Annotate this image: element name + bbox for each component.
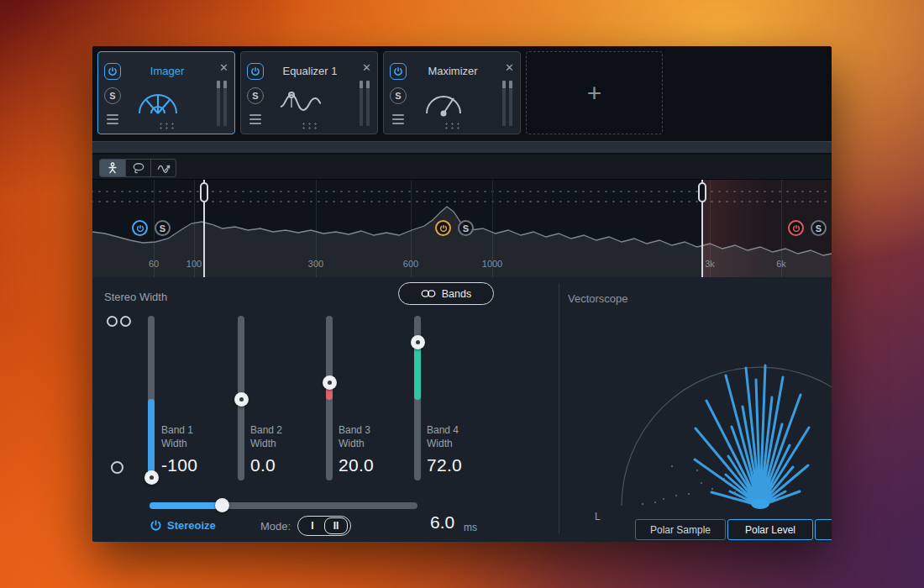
module-menu-icon[interactable]	[248, 113, 263, 125]
panel-divider	[559, 284, 559, 533]
module-drag-handle[interactable]	[158, 122, 176, 130]
freq-label: 60	[149, 259, 159, 269]
polar-mode-button-clipped[interactable]	[815, 519, 832, 540]
band1-controls: S	[132, 220, 171, 236]
band-width-value[interactable]: 20.0	[339, 455, 423, 475]
chain-collapse-bar[interactable]	[92, 141, 832, 155]
module-meters	[360, 81, 370, 126]
band3-controls: S	[788, 220, 827, 236]
freq-label: 3k	[705, 259, 715, 269]
module-chain: S Imager ✕ S Equalizer 1 ✕	[92, 46, 832, 141]
band-name: Band 2	[250, 423, 334, 437]
bands-button-label: Bands	[442, 288, 471, 300]
band-name: Band 4	[427, 423, 511, 437]
module-menu-icon[interactable]	[105, 113, 120, 125]
stereoize-power-icon[interactable]	[150, 519, 162, 532]
module-meters	[217, 81, 227, 126]
freq-label: 1000	[482, 259, 502, 269]
desktop-wallpaper: S Imager ✕ S Equalizer 1 ✕	[0, 0, 924, 588]
vectorscope-left-label: L	[595, 511, 601, 522]
freq-label: 6k	[776, 259, 786, 269]
polar-sample-button[interactable]: Polar Sample	[635, 519, 726, 540]
imager-module-icon	[129, 82, 187, 121]
module-title: Maximizer	[409, 65, 496, 77]
band-solo-button[interactable]: S	[458, 220, 474, 236]
module-close-button[interactable]: ✕	[219, 61, 228, 74]
module-solo-button[interactable]: S	[390, 87, 407, 104]
band1-width-handle[interactable]	[144, 470, 159, 485]
band-param: Width	[250, 437, 334, 450]
add-module-button[interactable]: +	[526, 51, 663, 134]
band-power-button[interactable]	[788, 220, 804, 236]
freq-label: 300	[308, 259, 323, 269]
polar-level-button[interactable]: Polar Level	[727, 519, 813, 540]
band-power-button[interactable]	[435, 220, 451, 236]
stereo-wide-icon	[120, 316, 131, 327]
module-meters	[502, 81, 512, 126]
module-menu-icon[interactable]	[391, 113, 406, 125]
freq-label: 100	[186, 259, 202, 269]
band-param: Width	[339, 437, 423, 450]
band-solo-button[interactable]: S	[155, 220, 171, 236]
module-solo-button[interactable]: S	[104, 87, 121, 104]
stereoize-label[interactable]: Stereoize	[167, 519, 216, 532]
link-icon	[421, 289, 436, 298]
stereoize-delay-unit: ms	[464, 522, 477, 533]
edit-toolbar	[92, 156, 832, 179]
module-power-button[interactable]	[247, 63, 264, 80]
band-param: Width	[161, 437, 245, 450]
band1-info: Band 1 Width -100	[161, 423, 245, 475]
wave-tool-button[interactable]	[150, 160, 176, 176]
crossover-handle-2[interactable]	[701, 180, 703, 277]
band-width-value[interactable]: 72.0	[427, 455, 511, 475]
band2-controls: S	[435, 220, 474, 236]
module-close-button[interactable]: ✕	[505, 61, 514, 74]
band2-width-handle[interactable]	[234, 392, 249, 407]
module-title: Imager	[123, 65, 211, 77]
module-power-button[interactable]	[104, 63, 121, 80]
mono-icon	[111, 461, 123, 474]
band2-info: Band 2 Width 0.0	[250, 423, 334, 475]
stereoize-amount-fill	[150, 502, 223, 509]
mode-option-2[interactable]: II	[324, 517, 348, 534]
stereo-wide-icon	[107, 316, 118, 327]
module-card-imager[interactable]: S Imager ✕	[97, 51, 235, 134]
bands-link-button[interactable]: Bands	[398, 282, 494, 305]
band-solo-button[interactable]: S	[811, 220, 827, 236]
panel-title: Stereo Width	[104, 291, 167, 303]
module-solo-button[interactable]: S	[247, 87, 264, 104]
band3-info: Band 3 Width 20.0	[339, 423, 423, 475]
module-card-maximizer[interactable]: S Maximizer ✕	[383, 51, 521, 134]
mode-option-1[interactable]: I	[301, 518, 324, 533]
band3-width-handle[interactable]	[323, 375, 337, 390]
module-drag-handle[interactable]	[301, 122, 318, 130]
stereoize-mode-toggle[interactable]: I II	[297, 516, 351, 536]
plugin-window: S Imager ✕ S Equalizer 1 ✕	[92, 46, 832, 542]
band-width-value[interactable]: 0.0	[250, 455, 334, 475]
module-power-button[interactable]	[390, 63, 407, 80]
stereoize-mode-label: Mode:	[260, 520, 291, 533]
lasso-tool-button[interactable]	[125, 160, 150, 176]
band1-width-fill	[148, 399, 155, 478]
band-width-value[interactable]: -100	[161, 455, 245, 475]
band-power-button[interactable]	[132, 220, 148, 236]
module-title: Equalizer 1	[266, 65, 354, 77]
stereoize-amount-handle[interactable]	[215, 498, 229, 512]
module-card-equalizer[interactable]: S Equalizer 1 ✕	[240, 51, 378, 134]
pointer-tool-button[interactable]	[100, 160, 125, 176]
band-name: Band 1	[161, 423, 245, 437]
imager-panel: Stereo Width Bands Band 1 Width -100	[92, 277, 832, 542]
equalizer-module-icon	[271, 82, 330, 121]
band-param: Width	[427, 437, 511, 450]
crossover-handle-1[interactable]	[203, 180, 205, 277]
freq-label: 600	[403, 259, 418, 269]
spectrum-display[interactable]: S S S 60 100 300 600 1000 3k 6k	[92, 179, 832, 277]
band4-info: Band 4 Width 72.0	[427, 423, 511, 475]
module-drag-handle[interactable]	[444, 122, 461, 130]
band4-width-fill	[414, 342, 421, 400]
band-name: Band 3	[339, 423, 423, 437]
module-close-button[interactable]: ✕	[362, 61, 371, 74]
vectorscope-display	[563, 294, 832, 522]
stereoize-delay-value[interactable]: 6.0	[430, 512, 454, 533]
band4-width-handle[interactable]	[411, 335, 425, 349]
